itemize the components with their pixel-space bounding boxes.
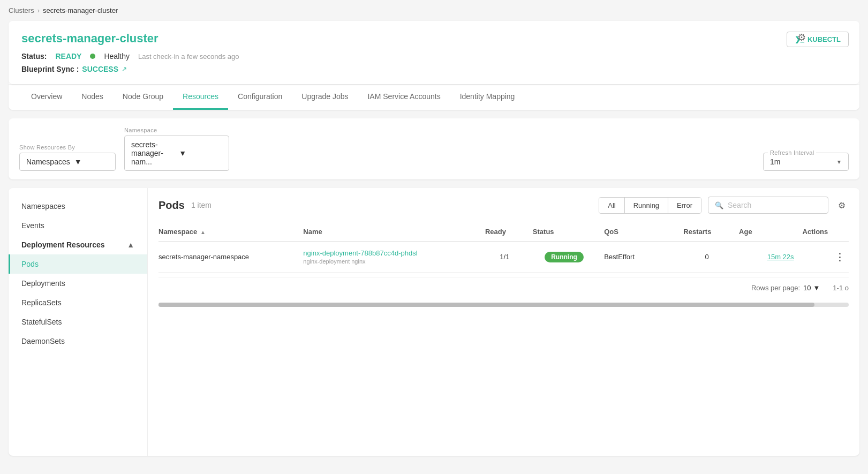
cluster-settings-icon[interactable]: ⚙ xyxy=(797,32,806,43)
age-link[interactable]: 15m 22s xyxy=(767,253,794,261)
show-resources-label: Show Resources By xyxy=(19,144,116,151)
namespace-arrow-icon: ▼ xyxy=(179,149,222,157)
show-resources-by-select[interactable]: Namespaces ▼ xyxy=(19,153,116,171)
pods-count: 1 item xyxy=(191,201,212,209)
tab-nodegroup[interactable]: Node Group xyxy=(113,85,173,110)
header-card: secrets-manager-cluster Status: READY He… xyxy=(9,21,859,84)
sidebar-item-replicasets[interactable]: ReplicaSets xyxy=(9,293,147,312)
col-age-label: Age xyxy=(739,228,752,236)
pod-name-sub: nginx-deployment nginx xyxy=(303,258,477,265)
sidebar-item-namespaces[interactable]: Namespaces xyxy=(9,197,147,216)
kubectl-label: KUBECTL xyxy=(807,35,841,43)
cell-qos: BestEffort xyxy=(600,242,679,273)
pagination-info: 1-1 o xyxy=(833,284,849,292)
breadcrumb-separator: › xyxy=(37,6,40,14)
filter-all-button[interactable]: All xyxy=(599,198,624,213)
namespace-group: Namespace secrets-manager-nam... ▼ xyxy=(124,127,229,171)
tab-iam-service-accounts[interactable]: IAM Service Accounts xyxy=(358,85,450,110)
col-header-restarts: Restarts xyxy=(679,222,735,242)
tab-identity-mapping[interactable]: Identity Mapping xyxy=(450,85,525,110)
status-label: Status: xyxy=(21,52,47,61)
namespace-select[interactable]: secrets-manager-nam... ▼ xyxy=(124,136,229,171)
tabs-bar: Overview Nodes Node Group Resources Conf… xyxy=(9,84,859,110)
refresh-interval-select[interactable]: Refresh Interval 1m ▼ xyxy=(763,153,849,171)
refresh-label: Refresh Interval xyxy=(768,149,816,156)
namespace-sort-icon: ▲ xyxy=(200,229,206,235)
rows-per-page-label: Rows per page: xyxy=(751,284,800,292)
col-actions-label: Actions xyxy=(803,228,828,236)
col-header-qos: QoS xyxy=(600,222,679,242)
sidebar-item-pods[interactable]: Pods xyxy=(9,254,147,274)
search-box[interactable]: 🔍 xyxy=(708,197,828,214)
refresh-interval-group: Refresh Interval 1m ▼ xyxy=(763,153,849,171)
deployment-resources-header[interactable]: Deployment Resources ▲ xyxy=(9,235,147,254)
tab-configuration[interactable]: Configuration xyxy=(228,85,292,110)
sidebar-item-daemonsets[interactable]: DaemonSets xyxy=(9,332,147,351)
main-content: Namespaces Events Deployment Resources ▲… xyxy=(9,188,859,456)
scrollbar-thumb[interactable] xyxy=(158,303,814,307)
blueprint-label: Blueprint Sync : xyxy=(21,65,79,73)
col-namespace-label: Namespace xyxy=(158,228,197,236)
cluster-title: secrets-manager-cluster xyxy=(21,32,847,46)
filter-buttons: All Running Error xyxy=(599,197,701,214)
sidebar-item-statefulsets[interactable]: StatefulSets xyxy=(9,312,147,332)
breadcrumb: Clusters › secrets-manager-cluster xyxy=(9,6,859,14)
col-header-ready: Ready xyxy=(481,222,529,242)
kubectl-button[interactable]: ❯_ KUBECTL xyxy=(787,32,849,47)
pods-title: Pods xyxy=(158,199,185,212)
controls-row: Show Resources By Namespaces ▼ Namespace… xyxy=(9,118,859,179)
col-header-status: Status xyxy=(529,222,600,242)
tab-resources[interactable]: Resources xyxy=(173,85,228,110)
table-row: secrets-manager-namespace nginx-deployme… xyxy=(158,242,849,273)
status-value: READY xyxy=(55,52,81,61)
sidebar-item-deployments[interactable]: Deployments xyxy=(9,274,147,293)
refresh-arrow-icon: ▼ xyxy=(836,159,842,165)
tab-upgrade-jobs[interactable]: Upgrade Jobs xyxy=(292,85,358,110)
external-link-icon[interactable]: ↗ xyxy=(122,65,127,73)
col-header-name: Name xyxy=(299,222,481,242)
show-resources-arrow-icon: ▼ xyxy=(74,157,109,166)
search-icon: 🔍 xyxy=(715,201,723,209)
rows-per-page-group: Rows per page: 10 ▼ xyxy=(751,284,820,292)
right-content: Pods 1 item All Running Error 🔍 ⚙ xyxy=(148,188,859,456)
breadcrumb-parent[interactable]: Clusters xyxy=(9,6,34,14)
checkin-text: Last check-in a few seconds ago xyxy=(138,52,239,61)
filter-running-button[interactable]: Running xyxy=(625,198,668,213)
col-status-label: Status xyxy=(533,228,554,236)
deployment-resources-chevron-icon: ▲ xyxy=(127,240,134,249)
namespace-label: Namespace xyxy=(124,127,229,133)
blueprint-value: SUCCESS xyxy=(82,65,118,73)
cell-name: nginx-deployment-788b87cc4d-phdsl nginx-… xyxy=(299,242,481,273)
cell-namespace: secrets-manager-namespace xyxy=(158,242,299,273)
show-resources-value: Namespaces xyxy=(26,157,70,166)
sidebar-item-events[interactable]: Events xyxy=(9,216,147,235)
pods-header: Pods 1 item All Running Error 🔍 ⚙ xyxy=(158,197,849,214)
pod-name-link[interactable]: nginx-deployment-788b87cc4d-phdsl xyxy=(303,249,477,257)
cell-restarts: 0 xyxy=(679,242,735,273)
filter-error-button[interactable]: Error xyxy=(668,198,701,213)
left-sidebar: Namespaces Events Deployment Resources ▲… xyxy=(9,188,148,456)
cell-actions: ⋮ xyxy=(798,242,849,273)
table-settings-icon[interactable]: ⚙ xyxy=(835,197,849,214)
col-restarts-label: Restarts xyxy=(683,228,711,236)
show-resources-by-group: Show Resources By Namespaces ▼ xyxy=(19,144,116,171)
actions-menu-icon[interactable]: ⋮ xyxy=(835,252,844,262)
search-input[interactable] xyxy=(728,201,821,209)
refresh-value: 1m xyxy=(770,157,832,166)
col-header-namespace[interactable]: Namespace ▲ xyxy=(158,222,299,242)
tab-overview[interactable]: Overview xyxy=(21,85,72,110)
cell-age: 15m 22s xyxy=(735,242,798,273)
col-ready-label: Ready xyxy=(485,228,506,236)
deployment-resources-label: Deployment Resources xyxy=(21,240,105,249)
rows-per-page-select[interactable]: 10 ▼ xyxy=(803,284,820,292)
tab-nodes[interactable]: Nodes xyxy=(72,85,112,110)
pods-table: Namespace ▲ Name Ready Status xyxy=(158,222,849,273)
scrollbar-area[interactable] xyxy=(158,303,849,307)
cell-status: Running xyxy=(529,242,600,273)
col-name-label: Name xyxy=(303,228,322,236)
rows-per-page-arrow-icon: ▼ xyxy=(813,284,820,292)
breadcrumb-current: secrets-manager-cluster xyxy=(43,6,118,14)
health-text: Healthy xyxy=(104,52,129,61)
col-header-actions: Actions xyxy=(798,222,849,242)
health-dot xyxy=(90,54,95,59)
